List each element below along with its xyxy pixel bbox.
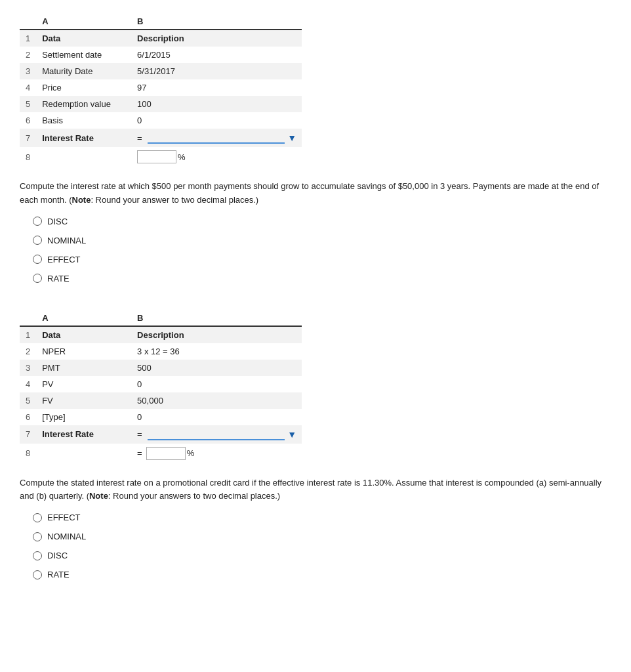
col-a-cell: Redemption value	[37, 96, 132, 112]
row-number: 8	[20, 147, 37, 167]
radio-circle-icon	[33, 217, 42, 226]
text-block-2: Compute the stated interest rate on a pr…	[20, 476, 610, 504]
col-b-cell: Description	[132, 326, 302, 343]
radio-option[interactable]: RATE	[33, 274, 611, 284]
radio-option[interactable]: NOMINAL	[33, 532, 611, 541]
row-number: 1	[20, 30, 37, 47]
row-number: 5	[20, 96, 37, 112]
formula-dropdown-cell[interactable]: =▼	[132, 425, 302, 444]
radio-label: DISC	[47, 217, 68, 226]
col-b-cell: 0	[132, 112, 302, 129]
row-number: 7	[20, 129, 37, 147]
table-row: 3Maturity Date5/31/2017	[20, 63, 302, 79]
radio-circle-icon	[33, 570, 42, 579]
spreadsheet-table-2: A B 1DataDescription2NPER3 x 12 = 363PMT…	[20, 310, 302, 463]
interest-rate-label: Interest Rate	[37, 129, 132, 147]
radio-option[interactable]: DISC	[33, 217, 611, 226]
radio-option[interactable]: RATE	[33, 570, 611, 579]
col-num-header-2	[20, 310, 37, 326]
table-row-formula: 7Interest Rate=▼	[20, 129, 302, 147]
radio-option[interactable]: EFFECT	[33, 513, 611, 522]
col-a-cell: Data	[37, 326, 132, 343]
percent-input-cell[interactable]: %	[132, 147, 302, 167]
col-b-cell: 0	[132, 409, 302, 425]
table-row: 3PMT500	[20, 360, 302, 376]
col-a-cell: Data	[37, 30, 132, 47]
equals-sign: =	[137, 133, 142, 143]
text2-note: Note	[89, 491, 108, 501]
row-number: 1	[20, 326, 37, 343]
col-a-header-2: A	[37, 310, 132, 326]
table-row: 4Price97	[20, 79, 302, 96]
radio-option[interactable]: NOMINAL	[33, 236, 611, 245]
row-number: 4	[20, 376, 37, 392]
row-number: 5	[20, 392, 37, 409]
radio-circle-icon	[33, 551, 42, 560]
row-number: 2	[20, 343, 37, 360]
table-row: 2Settlement date6/1/2015	[20, 47, 302, 63]
table-row-input: 8=%	[20, 444, 302, 463]
radio-label: RATE	[47, 274, 70, 284]
row8-col-a	[37, 147, 132, 167]
table-row: 1DataDescription	[20, 30, 302, 47]
table-row: 6Basis0	[20, 112, 302, 129]
equals-sign-2: =	[137, 448, 142, 458]
dropdown-arrow-icon[interactable]: ▼	[287, 133, 296, 143]
radio-circle-icon	[33, 255, 42, 264]
text1-note: Note	[72, 195, 91, 205]
radio-option[interactable]: DISC	[33, 551, 611, 560]
col-a-cell: FV	[37, 392, 132, 409]
col-a-cell: [Type]	[37, 409, 132, 425]
text2-end: : Round your answers to two decimal plac…	[108, 491, 280, 501]
col-b-header-2: B	[132, 310, 302, 326]
radio-circle-icon	[33, 274, 42, 283]
interest-rate-label: Interest Rate	[37, 425, 132, 444]
percent-input-cell[interactable]: =%	[132, 444, 302, 463]
row-number: 6	[20, 409, 37, 425]
table-row: 5FV50,000	[20, 392, 302, 409]
radio-option[interactable]: EFFECT	[33, 255, 611, 264]
row-number: 6	[20, 112, 37, 129]
row-number: 8	[20, 444, 37, 463]
text-block-1: Compute the interest rate at which $500 …	[20, 180, 610, 207]
col-b-cell: 97	[132, 79, 302, 96]
dropdown-arrow-icon[interactable]: ▼	[287, 429, 296, 440]
radio-group-2: EFFECTNOMINALDISCRATE	[33, 513, 611, 579]
col-a-cell: Settlement date	[37, 47, 132, 63]
table-row: 6[Type]0	[20, 409, 302, 425]
row8-col-a	[37, 444, 132, 463]
col-a-cell: PV	[37, 376, 132, 392]
row-number: 4	[20, 79, 37, 96]
col-a-cell: PMT	[37, 360, 132, 376]
table-row: 2NPER3 x 12 = 36	[20, 343, 302, 360]
equals-sign: =	[137, 429, 142, 439]
radio-label: EFFECT	[47, 513, 81, 522]
col-b-cell: 6/1/2015	[132, 47, 302, 63]
radio-label: RATE	[47, 570, 70, 579]
table-row: 4PV0	[20, 376, 302, 392]
radio-label: EFFECT	[47, 255, 81, 264]
percent-input[interactable]	[137, 150, 176, 163]
col-a-cell: NPER	[37, 343, 132, 360]
row-number: 3	[20, 63, 37, 79]
col-a-cell: Maturity Date	[37, 63, 132, 79]
table-row-input: 8%	[20, 147, 302, 167]
col-a-cell: Basis	[37, 112, 132, 129]
row-number: 7	[20, 425, 37, 444]
col-b-cell: 100	[132, 96, 302, 112]
radio-label: DISC	[47, 551, 68, 560]
formula-input-line[interactable]	[148, 429, 285, 440]
radio-circle-icon	[33, 513, 42, 522]
radio-circle-icon	[33, 532, 42, 541]
formula-dropdown-cell[interactable]: =▼	[132, 129, 302, 147]
col-b-cell: 500	[132, 360, 302, 376]
col-b-cell: 5/31/2017	[132, 63, 302, 79]
col-b-header-1: B	[132, 13, 302, 30]
formula-input-line[interactable]	[148, 132, 285, 144]
radio-group-1: DISCNOMINALEFFECTRATE	[33, 217, 611, 284]
col-a-cell: Price	[37, 79, 132, 96]
radio-label: NOMINAL	[47, 236, 86, 245]
col-b-cell: 50,000	[132, 392, 302, 409]
row-number: 3	[20, 360, 37, 376]
percent-input[interactable]	[146, 447, 186, 460]
